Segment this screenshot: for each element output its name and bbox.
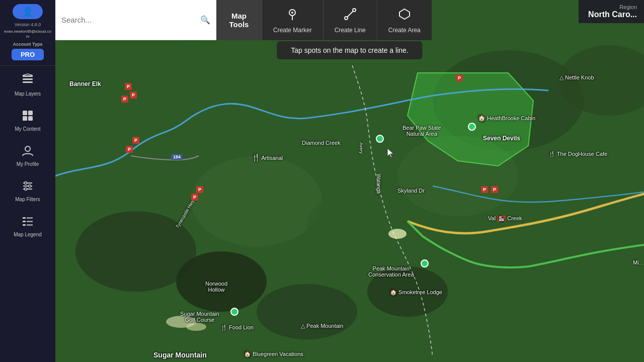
version-text: Version 4.8.0 <box>15 22 41 28</box>
parking-2: P <box>125 83 132 90</box>
sidebar-item-my-content[interactable]: My Content <box>0 102 55 137</box>
svg-point-36 <box>345 17 348 20</box>
svg-point-22 <box>257 284 357 339</box>
svg-point-13 <box>25 188 27 191</box>
tap-instruction: Tap spots on the map to create a line. <box>277 41 422 59</box>
svg-rect-6 <box>28 116 33 121</box>
content-icon <box>21 109 34 124</box>
sidebar-item-my-profile[interactable]: My Profile <box>0 137 55 172</box>
legend-icon <box>21 215 34 230</box>
parking-1: P <box>456 74 463 81</box>
svg-point-37 <box>353 9 356 12</box>
svg-point-7 <box>25 146 30 151</box>
search-input[interactable] <box>61 16 197 24</box>
green-marker-2 <box>376 135 384 143</box>
parking-3: P <box>130 92 137 99</box>
parking-7: P <box>196 186 203 193</box>
map-legend-label: Map Legend <box>14 232 42 238</box>
green-marker-3 <box>421 259 429 267</box>
search-icon[interactable]: 🔍 <box>200 15 210 25</box>
region-label: Region <box>586 4 637 10</box>
parking-4: P <box>121 96 128 103</box>
sidebar-item-map-legend[interactable]: Map Legend <box>0 208 55 243</box>
area-icon <box>397 7 412 24</box>
profile-avatar-button[interactable]: 👤 <box>13 4 43 19</box>
svg-rect-14 <box>23 217 26 219</box>
svg-point-35 <box>291 12 293 14</box>
parking-9: P <box>481 186 488 193</box>
map-tools-label: Map Tools <box>216 0 262 40</box>
parking-8: P <box>191 194 198 201</box>
svg-point-11 <box>25 182 27 185</box>
layers-icon <box>21 73 35 89</box>
marker-icon <box>285 7 299 24</box>
svg-point-30 <box>186 323 206 331</box>
search-bar[interactable]: 🔍 <box>55 0 216 40</box>
filter-icon <box>21 179 34 195</box>
create-marker-button[interactable]: Create Marker <box>262 0 323 40</box>
profile-icon <box>21 144 34 159</box>
sidebar: 👤 Version 4.8.0 evan.newton95@icloud.com… <box>0 0 55 362</box>
svg-marker-38 <box>399 9 410 19</box>
svg-rect-5 <box>23 116 27 121</box>
account-type-label: Account Type <box>13 42 43 47</box>
green-marker-4 <box>230 308 238 316</box>
map-filters-label: Map Filters <box>15 197 40 203</box>
email-text: evan.newton95@icloud.com <box>3 29 52 40</box>
sidebar-item-map-layers[interactable]: Map Layers <box>0 66 55 102</box>
svg-rect-2 <box>23 81 33 83</box>
svg-rect-1 <box>23 78 33 80</box>
svg-point-27 <box>307 191 408 261</box>
create-area-label: Create Area <box>388 27 421 34</box>
map-tools: Map Tools Create Marker <box>216 0 432 40</box>
svg-point-21 <box>176 251 267 312</box>
svg-rect-4 <box>28 111 33 115</box>
region-name: North Caro... <box>586 10 637 19</box>
svg-rect-18 <box>23 224 26 226</box>
svg-point-12 <box>29 185 31 188</box>
svg-rect-0 <box>23 75 33 77</box>
toolbar: 🔍 Map Tools Create Marker <box>55 0 644 40</box>
parking-10: P <box>491 186 498 193</box>
create-line-button[interactable]: Create Line <box>323 0 377 40</box>
svg-point-26 <box>191 156 322 246</box>
create-line-label: Create Line <box>335 27 366 34</box>
map-layers-label: Map Layers <box>15 91 41 97</box>
main-map-area[interactable]: Balm Banner Elk 🍴 Artisanal Diamond Cree… <box>55 0 644 362</box>
create-marker-label: Create Marker <box>273 27 312 34</box>
svg-point-31 <box>388 229 407 239</box>
sidebar-top: 👤 Version 4.8.0 evan.newton95@icloud.com… <box>0 0 55 66</box>
parking-5: P <box>132 137 139 144</box>
create-area-button[interactable]: Create Area <box>377 0 432 40</box>
map-text: Map <box>231 12 247 20</box>
svg-point-23 <box>367 266 448 317</box>
region-badge: Region North Caro... <box>579 0 644 23</box>
svg-rect-16 <box>23 221 26 222</box>
road-184: 184 <box>171 154 183 160</box>
line-icon <box>343 7 357 24</box>
my-content-label: My Content <box>15 126 40 132</box>
green-marker-1 <box>468 123 476 131</box>
sidebar-item-map-filters[interactable]: Map Filters <box>0 172 55 208</box>
my-profile-label: My Profile <box>17 161 39 167</box>
svg-rect-3 <box>23 111 27 115</box>
pro-badge: PRO <box>12 49 44 60</box>
parking-6: P <box>126 146 133 153</box>
tools-text: Tools <box>229 20 249 29</box>
